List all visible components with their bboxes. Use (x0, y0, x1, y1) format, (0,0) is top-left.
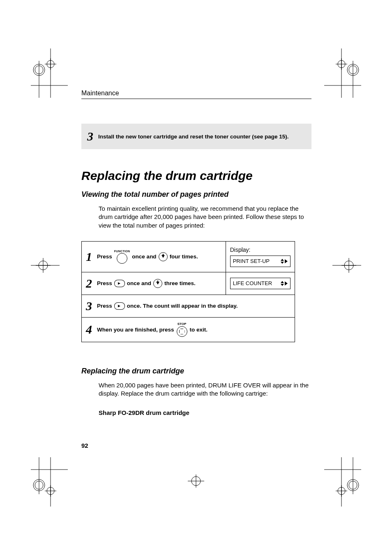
running-header: Maintenance (81, 90, 311, 97)
step-number: 3 (87, 130, 93, 143)
table-row: 4 When you are finished, press STOP to e… (82, 317, 295, 342)
registration-mark (31, 457, 68, 507)
svg-point-24 (33, 479, 45, 491)
step-text: three times. (164, 280, 196, 286)
steps-table: 1 Press FUNCTION once and four times. Di… (81, 241, 295, 342)
down-arrow-button-icon (153, 279, 162, 288)
step-text: once and (127, 280, 151, 286)
table-row: 3 Press once. The count will appear in t… (82, 295, 295, 317)
table-row: 1 Press FUNCTION once and four times. Di… (82, 241, 295, 272)
registration-mark (324, 48, 361, 98)
registration-mark (184, 473, 208, 489)
table-row: 2 Press once and three times. LIFE COUNT… (82, 272, 295, 295)
svg-point-28 (47, 487, 54, 495)
display-label: Display: (230, 246, 291, 253)
step-number: 2 (86, 277, 92, 290)
svg-point-9 (349, 66, 357, 74)
header-rule (81, 99, 311, 99)
step-text: Install the new toner cartridge and rese… (98, 134, 289, 140)
step-text: four times. (170, 253, 198, 260)
section-subtitle: Viewing the total number of pages printe… (81, 190, 311, 199)
step-text: once. The count will appear in the displ… (127, 303, 238, 309)
right-arrow-button-icon (114, 280, 125, 287)
step-number: 1 (86, 251, 92, 263)
step-text: to exit. (190, 327, 208, 333)
display-readout: LIFE COUNTER (230, 278, 291, 289)
step-number: 4 (86, 323, 92, 336)
svg-point-4 (47, 60, 54, 68)
page-title: Replacing the drum cartridge (81, 169, 311, 183)
registration-mark (324, 457, 361, 507)
registration-mark (31, 253, 60, 278)
step-text: Press (97, 253, 112, 260)
step-number: 3 (86, 300, 92, 312)
svg-point-1 (35, 66, 43, 74)
svg-point-36 (338, 487, 345, 495)
step-3-install-cartridge: 3 Install the new toner cartridge and re… (81, 124, 311, 149)
registration-mark (332, 253, 361, 278)
intro-paragraph: To maintain excellent printing quality, … (99, 205, 311, 230)
step-text: Press (97, 280, 112, 286)
svg-point-0 (33, 64, 45, 76)
svg-point-8 (347, 64, 359, 76)
svg-point-32 (347, 479, 359, 491)
step-text: When you are finished, press (97, 327, 174, 333)
registration-mark (31, 48, 68, 98)
svg-point-25 (35, 481, 43, 489)
section-subtitle: Replacing the drum cartridge (81, 367, 311, 375)
nav-arrows-icon (279, 281, 288, 286)
svg-point-16 (39, 261, 48, 270)
down-arrow-button-icon (159, 252, 168, 261)
step-text: once and (132, 253, 156, 260)
product-name: Sharp FO-29DR drum cartridge (99, 409, 311, 416)
nav-arrows-icon (279, 259, 288, 264)
svg-point-40 (191, 477, 201, 486)
right-arrow-button-icon (114, 302, 125, 310)
display-readout: PRINT SET-UP (230, 256, 291, 267)
page-number: 92 (81, 442, 88, 449)
intro-paragraph: When 20,000 pages have been printed, DRU… (99, 381, 311, 398)
step-text: Press (97, 303, 112, 309)
svg-point-20 (344, 261, 353, 270)
stop-button-icon: STOP (177, 322, 187, 337)
svg-point-12 (338, 60, 345, 68)
svg-point-33 (349, 481, 357, 489)
function-button-icon: FUNCTION (114, 250, 130, 264)
